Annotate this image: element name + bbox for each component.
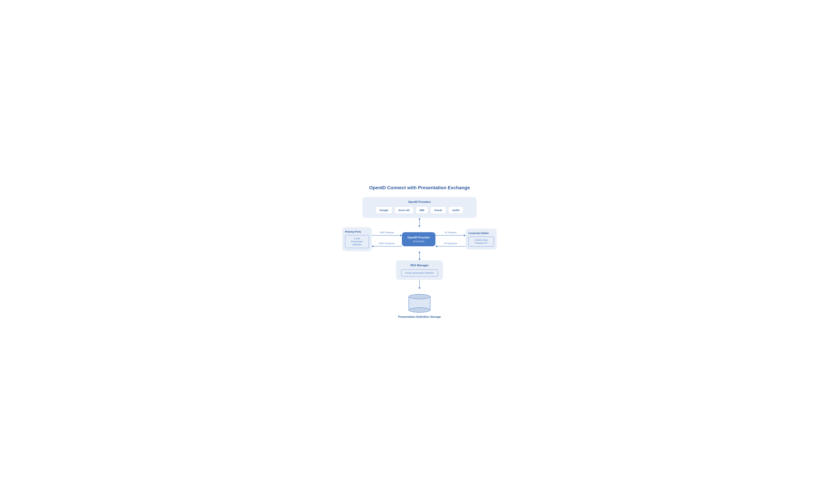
- relying-party-box: Relying Party Create Presentation Defini…: [342, 227, 372, 251]
- openid-provider-subtitle: (Keycloak): [406, 240, 431, 242]
- provider-ibm: IBM: [416, 206, 428, 214]
- relying-party-action: Create Presentation Definition: [345, 235, 369, 248]
- connector-line: [420, 280, 420, 287]
- oidc-response-label: OIDC Response: [372, 242, 402, 245]
- oidc-request-group: OIDC Request: [372, 231, 402, 236]
- arrow-line: [435, 235, 464, 236]
- middle-section: Relying Party Create Presentation Defini…: [336, 227, 503, 251]
- cylinder-bottom: [409, 308, 430, 312]
- arrow-head: [400, 234, 402, 236]
- vp-response-group: VP Response: [435, 242, 466, 247]
- vp-response-arrow: [435, 245, 466, 247]
- provider-oracle: Oracle: [430, 206, 446, 214]
- v-arrow-openid-pex: [418, 251, 421, 260]
- right-arrows: VC Request VP Response: [435, 231, 466, 247]
- arrow-head-left: [372, 245, 373, 247]
- arrow-down-icon: [418, 287, 421, 289]
- credential-wallet-action2: Prepares VP: [475, 242, 487, 244]
- diagram-container: OpenID Connect with Presentation Exchang…: [336, 185, 503, 319]
- provider-auth0: Auth0: [448, 206, 463, 214]
- provider-google: Google: [376, 206, 392, 214]
- credential-wallet-title: Credential Wallet: [468, 232, 494, 235]
- provider-azure: Azure AD: [394, 206, 413, 214]
- oidc-response-arrow: [372, 245, 402, 247]
- storage-section: Presentation Definition Storage: [398, 294, 441, 319]
- arrow-down-icon: [418, 226, 421, 227]
- pex-manager-box: PEX Manager Create presentation Definiti…: [396, 260, 443, 280]
- credential-wallet-box: Credential Wallet Collects Data Prepares…: [466, 229, 497, 250]
- credential-wallet-action1: Collects Data: [475, 239, 488, 241]
- openid-provider-box: OpenID Provider (Keycloak): [402, 232, 435, 246]
- providers-list: Google Azure AD IBM Oracle Auth0: [368, 206, 471, 214]
- pex-manager-title: PEX Manager: [401, 264, 438, 267]
- arrow-up-icon: [418, 218, 421, 220]
- relying-party-title: Relying Party: [345, 230, 369, 233]
- providers-title: OpenID Providers: [368, 200, 471, 203]
- vc-request-arrow: [435, 234, 466, 236]
- pex-manager-action: Create presentation Definition: [401, 269, 438, 276]
- arrow-up-icon: [418, 251, 421, 253]
- credential-wallet-actions: Collects Data Prepares VP: [468, 237, 494, 247]
- arrow-line: [437, 246, 466, 247]
- arrow-providers-openid: [418, 218, 421, 227]
- vp-response-label: VP Response: [435, 242, 466, 245]
- oidc-response-group: OIDC Response: [372, 242, 402, 247]
- storage-label: Presentation Definition Storage: [398, 315, 441, 319]
- arrow-openid-pex: PEX Manager Create presentation Definiti…: [336, 251, 503, 319]
- oidc-request-arrow: [372, 234, 402, 236]
- storage-cylinder: [409, 294, 430, 312]
- main-title: OpenID Connect with Presentation Exchang…: [336, 185, 503, 191]
- connector-line: [420, 220, 420, 226]
- left-arrows: OIDC Request OIDC Response: [372, 231, 402, 247]
- oidc-request-label: OIDC Request: [372, 231, 402, 234]
- arrow-line: [372, 235, 400, 236]
- vc-request-group: VC Request: [435, 231, 466, 236]
- arrow-down-icon: [418, 259, 421, 260]
- arrow-pex-storage: [418, 280, 421, 289]
- arrow-line: [373, 246, 402, 247]
- vc-request-label: VC Request: [435, 231, 466, 234]
- arrow-head: [464, 234, 466, 236]
- providers-box: OpenID Providers Google Azure AD IBM Ora…: [362, 197, 477, 218]
- arrow-head-left: [435, 245, 437, 247]
- connector-line: [420, 253, 420, 259]
- openid-provider-title: OpenID Provider: [406, 236, 431, 239]
